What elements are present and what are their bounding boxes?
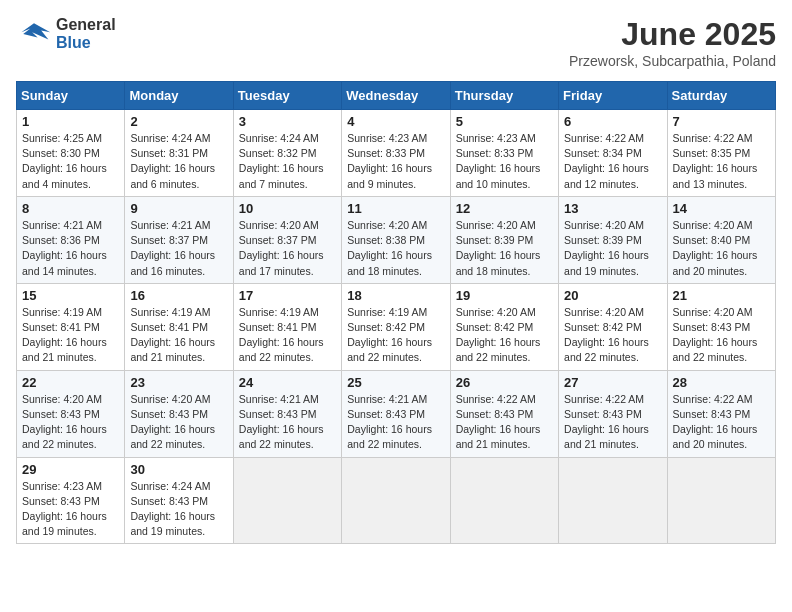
month-title: June 2025	[569, 16, 776, 53]
page-container: General Blue June 2025 Przeworsk, Subcar…	[16, 16, 776, 544]
day-cell: 3 Sunrise: 4:24 AM Sunset: 8:32 PM Dayli…	[233, 110, 341, 197]
day-info: Sunrise: 4:19 AM Sunset: 8:41 PM Dayligh…	[130, 305, 227, 366]
day-number: 5	[456, 114, 553, 129]
calendar-week-row: 1 Sunrise: 4:25 AM Sunset: 8:30 PM Dayli…	[17, 110, 776, 197]
empty-cell	[233, 457, 341, 544]
day-info: Sunrise: 4:24 AM Sunset: 8:32 PM Dayligh…	[239, 131, 336, 192]
day-number: 21	[673, 288, 770, 303]
day-number: 15	[22, 288, 119, 303]
day-cell: 24 Sunrise: 4:21 AM Sunset: 8:43 PM Dayl…	[233, 370, 341, 457]
day-cell: 15 Sunrise: 4:19 AM Sunset: 8:41 PM Dayl…	[17, 283, 125, 370]
day-cell: 12 Sunrise: 4:20 AM Sunset: 8:39 PM Dayl…	[450, 196, 558, 283]
day-cell: 21 Sunrise: 4:20 AM Sunset: 8:43 PM Dayl…	[667, 283, 775, 370]
day-number: 27	[564, 375, 661, 390]
day-info: Sunrise: 4:21 AM Sunset: 8:36 PM Dayligh…	[22, 218, 119, 279]
day-info: Sunrise: 4:22 AM Sunset: 8:43 PM Dayligh…	[456, 392, 553, 453]
day-cell: 4 Sunrise: 4:23 AM Sunset: 8:33 PM Dayli…	[342, 110, 450, 197]
day-info: Sunrise: 4:19 AM Sunset: 8:41 PM Dayligh…	[22, 305, 119, 366]
day-info: Sunrise: 4:22 AM Sunset: 8:43 PM Dayligh…	[673, 392, 770, 453]
day-number: 16	[130, 288, 227, 303]
day-cell: 30 Sunrise: 4:24 AM Sunset: 8:43 PM Dayl…	[125, 457, 233, 544]
col-tuesday: Tuesday	[233, 82, 341, 110]
day-cell: 1 Sunrise: 4:25 AM Sunset: 8:30 PM Dayli…	[17, 110, 125, 197]
day-number: 22	[22, 375, 119, 390]
day-cell: 10 Sunrise: 4:20 AM Sunset: 8:37 PM Dayl…	[233, 196, 341, 283]
day-info: Sunrise: 4:20 AM Sunset: 8:42 PM Dayligh…	[564, 305, 661, 366]
day-number: 29	[22, 462, 119, 477]
day-cell: 6 Sunrise: 4:22 AM Sunset: 8:34 PM Dayli…	[559, 110, 667, 197]
col-friday: Friday	[559, 82, 667, 110]
logo-icon	[16, 19, 52, 49]
calendar-week-row: 22 Sunrise: 4:20 AM Sunset: 8:43 PM Dayl…	[17, 370, 776, 457]
day-info: Sunrise: 4:20 AM Sunset: 8:39 PM Dayligh…	[456, 218, 553, 279]
day-number: 7	[673, 114, 770, 129]
logo-text: General Blue	[56, 16, 116, 52]
col-monday: Monday	[125, 82, 233, 110]
day-cell: 22 Sunrise: 4:20 AM Sunset: 8:43 PM Dayl…	[17, 370, 125, 457]
location-subtitle: Przeworsk, Subcarpathia, Poland	[569, 53, 776, 69]
calendar-week-row: 29 Sunrise: 4:23 AM Sunset: 8:43 PM Dayl…	[17, 457, 776, 544]
day-number: 4	[347, 114, 444, 129]
day-info: Sunrise: 4:24 AM Sunset: 8:31 PM Dayligh…	[130, 131, 227, 192]
col-wednesday: Wednesday	[342, 82, 450, 110]
day-info: Sunrise: 4:24 AM Sunset: 8:43 PM Dayligh…	[130, 479, 227, 540]
day-number: 3	[239, 114, 336, 129]
day-info: Sunrise: 4:22 AM Sunset: 8:35 PM Dayligh…	[673, 131, 770, 192]
day-info: Sunrise: 4:25 AM Sunset: 8:30 PM Dayligh…	[22, 131, 119, 192]
day-info: Sunrise: 4:20 AM Sunset: 8:37 PM Dayligh…	[239, 218, 336, 279]
day-number: 17	[239, 288, 336, 303]
day-cell: 2 Sunrise: 4:24 AM Sunset: 8:31 PM Dayli…	[125, 110, 233, 197]
day-info: Sunrise: 4:23 AM Sunset: 8:33 PM Dayligh…	[456, 131, 553, 192]
col-saturday: Saturday	[667, 82, 775, 110]
day-cell: 19 Sunrise: 4:20 AM Sunset: 8:42 PM Dayl…	[450, 283, 558, 370]
day-number: 13	[564, 201, 661, 216]
title-area: June 2025 Przeworsk, Subcarpathia, Polan…	[569, 16, 776, 69]
day-cell: 18 Sunrise: 4:19 AM Sunset: 8:42 PM Dayl…	[342, 283, 450, 370]
day-info: Sunrise: 4:21 AM Sunset: 8:37 PM Dayligh…	[130, 218, 227, 279]
day-cell: 8 Sunrise: 4:21 AM Sunset: 8:36 PM Dayli…	[17, 196, 125, 283]
day-number: 26	[456, 375, 553, 390]
day-cell: 7 Sunrise: 4:22 AM Sunset: 8:35 PM Dayli…	[667, 110, 775, 197]
empty-cell	[559, 457, 667, 544]
day-number: 18	[347, 288, 444, 303]
empty-cell	[667, 457, 775, 544]
day-number: 23	[130, 375, 227, 390]
day-info: Sunrise: 4:22 AM Sunset: 8:34 PM Dayligh…	[564, 131, 661, 192]
day-info: Sunrise: 4:22 AM Sunset: 8:43 PM Dayligh…	[564, 392, 661, 453]
day-info: Sunrise: 4:21 AM Sunset: 8:43 PM Dayligh…	[239, 392, 336, 453]
calendar-header-row: Sunday Monday Tuesday Wednesday Thursday…	[17, 82, 776, 110]
day-number: 30	[130, 462, 227, 477]
day-number: 11	[347, 201, 444, 216]
day-cell: 13 Sunrise: 4:20 AM Sunset: 8:39 PM Dayl…	[559, 196, 667, 283]
calendar-table: Sunday Monday Tuesday Wednesday Thursday…	[16, 81, 776, 544]
day-cell: 9 Sunrise: 4:21 AM Sunset: 8:37 PM Dayli…	[125, 196, 233, 283]
day-number: 14	[673, 201, 770, 216]
day-cell: 14 Sunrise: 4:20 AM Sunset: 8:40 PM Dayl…	[667, 196, 775, 283]
day-number: 2	[130, 114, 227, 129]
day-info: Sunrise: 4:21 AM Sunset: 8:43 PM Dayligh…	[347, 392, 444, 453]
calendar-week-row: 8 Sunrise: 4:21 AM Sunset: 8:36 PM Dayli…	[17, 196, 776, 283]
day-number: 20	[564, 288, 661, 303]
day-number: 8	[22, 201, 119, 216]
day-cell: 20 Sunrise: 4:20 AM Sunset: 8:42 PM Dayl…	[559, 283, 667, 370]
day-info: Sunrise: 4:19 AM Sunset: 8:42 PM Dayligh…	[347, 305, 444, 366]
day-info: Sunrise: 4:20 AM Sunset: 8:43 PM Dayligh…	[22, 392, 119, 453]
day-number: 24	[239, 375, 336, 390]
day-cell: 27 Sunrise: 4:22 AM Sunset: 8:43 PM Dayl…	[559, 370, 667, 457]
col-thursday: Thursday	[450, 82, 558, 110]
day-info: Sunrise: 4:20 AM Sunset: 8:40 PM Dayligh…	[673, 218, 770, 279]
day-number: 6	[564, 114, 661, 129]
day-cell: 23 Sunrise: 4:20 AM Sunset: 8:43 PM Dayl…	[125, 370, 233, 457]
day-number: 1	[22, 114, 119, 129]
day-info: Sunrise: 4:20 AM Sunset: 8:43 PM Dayligh…	[673, 305, 770, 366]
day-cell: 16 Sunrise: 4:19 AM Sunset: 8:41 PM Dayl…	[125, 283, 233, 370]
day-cell: 25 Sunrise: 4:21 AM Sunset: 8:43 PM Dayl…	[342, 370, 450, 457]
logo: General Blue	[16, 16, 116, 52]
day-info: Sunrise: 4:19 AM Sunset: 8:41 PM Dayligh…	[239, 305, 336, 366]
day-info: Sunrise: 4:20 AM Sunset: 8:38 PM Dayligh…	[347, 218, 444, 279]
day-cell: 17 Sunrise: 4:19 AM Sunset: 8:41 PM Dayl…	[233, 283, 341, 370]
day-cell: 11 Sunrise: 4:20 AM Sunset: 8:38 PM Dayl…	[342, 196, 450, 283]
empty-cell	[450, 457, 558, 544]
svg-marker-0	[21, 23, 50, 39]
day-number: 12	[456, 201, 553, 216]
